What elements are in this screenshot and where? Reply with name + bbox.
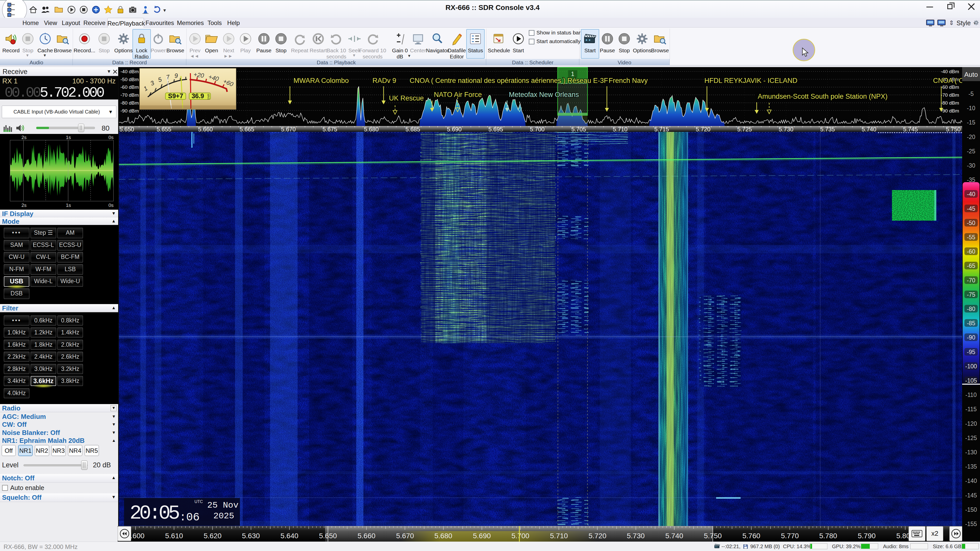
- svg-text:-80: -80: [967, 306, 975, 312]
- svg-text:S9+7: S9+7: [168, 92, 183, 100]
- svg-text:-90 dBm: -90 dBm: [121, 108, 139, 114]
- svg-text:9: 9: [174, 72, 178, 79]
- svg-text:5.760: 5.760: [742, 532, 760, 540]
- svg-text:5.725: 5.725: [737, 126, 752, 132]
- svg-text:-60: -60: [967, 248, 975, 255]
- svg-text:5.750: 5.750: [946, 126, 961, 132]
- svg-text:5.700: 5.700: [511, 532, 529, 540]
- svg-text:5.695: 5.695: [488, 126, 503, 132]
- svg-text:5.655: 5.655: [157, 126, 172, 132]
- svg-text:5.735: 5.735: [820, 126, 835, 132]
- svg-text:-35: -35: [967, 176, 975, 183]
- svg-text:-70: -70: [967, 277, 975, 284]
- svg-text:1: 1: [571, 71, 574, 77]
- svg-text:-95: -95: [967, 349, 975, 355]
- svg-text:5.740: 5.740: [665, 532, 683, 540]
- svg-text:-80 dBm: -80 dBm: [121, 100, 139, 106]
- svg-text:5.665: 5.665: [240, 126, 255, 132]
- svg-text:-20: -20: [967, 134, 975, 140]
- svg-text:RADv 9: RADv 9: [372, 77, 396, 84]
- svg-text:NATO Air Force: NATO Air Force: [434, 91, 482, 98]
- svg-text:-90: -90: [967, 334, 975, 341]
- svg-text:5.680: 5.680: [434, 532, 452, 540]
- svg-text:5.670: 5.670: [396, 532, 414, 540]
- svg-text:5.610: 5.610: [165, 532, 183, 540]
- svg-text:-55: -55: [967, 234, 975, 241]
- svg-text:CNOA ( Cent: CNOA ( Cent: [933, 77, 962, 84]
- svg-text:-5: -5: [969, 91, 974, 97]
- svg-text:-130: -130: [965, 449, 977, 456]
- svg-text:5.660: 5.660: [358, 532, 375, 540]
- svg-text:-70 dBm: -70 dBm: [121, 92, 139, 98]
- svg-text:5.705: 5.705: [571, 126, 586, 132]
- svg-text:5.720: 5.720: [696, 126, 711, 132]
- svg-text:5.675: 5.675: [323, 126, 337, 132]
- svg-text:CNOA ( Centre national des opé: CNOA ( Centre national des opérations aé…: [410, 77, 608, 84]
- svg-text:-40 dBm: -40 dBm: [121, 69, 139, 74]
- svg-text:-65: -65: [967, 262, 975, 269]
- svg-text:-135: -135: [965, 463, 977, 470]
- svg-text:5.780: 5.780: [819, 532, 837, 540]
- svg-text:5.670: 5.670: [281, 126, 296, 132]
- svg-text:-125: -125: [965, 435, 977, 441]
- svg-text:5.745: 5.745: [903, 126, 918, 132]
- svg-text:5.740: 5.740: [862, 126, 877, 132]
- svg-text:-10: -10: [967, 105, 975, 111]
- svg-text:-40 dBm: -40 dBm: [941, 69, 959, 74]
- svg-text:-155: -155: [965, 521, 977, 527]
- svg-text:-60 dBm: -60 dBm: [941, 84, 959, 90]
- svg-text:5.770: 5.770: [781, 532, 799, 540]
- svg-text:-40: -40: [967, 191, 975, 197]
- svg-text:-70 dBm: -70 dBm: [941, 92, 959, 98]
- svg-text:5.710: 5.710: [550, 532, 568, 540]
- svg-text:-120: -120: [965, 421, 977, 427]
- svg-text:5.730: 5.730: [779, 126, 794, 132]
- svg-text:5.640: 5.640: [280, 532, 298, 540]
- svg-text:5.680: 5.680: [364, 126, 379, 132]
- svg-text:-60 dBm: -60 dBm: [121, 84, 139, 90]
- svg-text:5.720: 5.720: [589, 532, 606, 540]
- svg-text:Meteofax New Orleans: Meteofax New Orleans: [509, 91, 579, 98]
- svg-text:-110: -110: [966, 392, 977, 398]
- svg-text:5.730: 5.730: [627, 532, 645, 540]
- svg-text:5.620: 5.620: [204, 532, 221, 540]
- svg-text:-50: -50: [967, 220, 975, 226]
- svg-text:-30: -30: [967, 162, 975, 169]
- svg-text:MWARA Colombo: MWARA Colombo: [293, 77, 349, 84]
- svg-text:5.710: 5.710: [613, 126, 628, 132]
- svg-text:-145: -145: [965, 492, 977, 499]
- svg-text:SNR: SNR: [207, 94, 210, 100]
- svg-text:UK Rescue: UK Rescue: [389, 94, 424, 102]
- svg-text:5.630: 5.630: [242, 532, 260, 540]
- svg-text:5.685: 5.685: [406, 126, 420, 132]
- svg-text:French Navy: French Navy: [609, 77, 648, 84]
- svg-text:-75: -75: [967, 291, 975, 298]
- svg-text:-50 dBm: -50 dBm: [121, 77, 139, 82]
- svg-text:Amundsen-Scott South pole Stat: Amundsen-Scott South pole Station (NPX): [758, 93, 888, 100]
- svg-text:-45: -45: [967, 205, 975, 212]
- svg-text:5.650: 5.650: [119, 126, 134, 132]
- svg-text:Auto: Auto: [964, 71, 978, 78]
- svg-text:-115: -115: [966, 406, 977, 413]
- svg-text:-80 dBm: -80 dBm: [941, 100, 959, 106]
- svg-text:36.9: 36.9: [192, 92, 204, 100]
- svg-text:-105: -105: [965, 377, 977, 384]
- svg-text:5.690: 5.690: [447, 126, 462, 132]
- svg-text:-25: -25: [967, 148, 975, 155]
- svg-text:-85: -85: [967, 320, 975, 327]
- svg-text:5.715: 5.715: [654, 126, 669, 132]
- svg-text:5.660: 5.660: [198, 126, 213, 132]
- svg-text:-15: -15: [967, 119, 975, 126]
- svg-text:-100: -100: [965, 363, 977, 370]
- svg-text:5.790: 5.790: [858, 532, 876, 540]
- svg-text:5.700: 5.700: [530, 126, 545, 132]
- svg-text:-140: -140: [965, 478, 977, 484]
- svg-text:HFDL REYKJAVIK - ICELAND: HFDL REYKJAVIK - ICELAND: [704, 77, 797, 84]
- svg-text:+20: +20: [193, 71, 205, 79]
- svg-text:-90 dBm: -90 dBm: [941, 108, 959, 114]
- svg-text:5.690: 5.690: [473, 532, 491, 540]
- svg-text:-150: -150: [965, 507, 977, 513]
